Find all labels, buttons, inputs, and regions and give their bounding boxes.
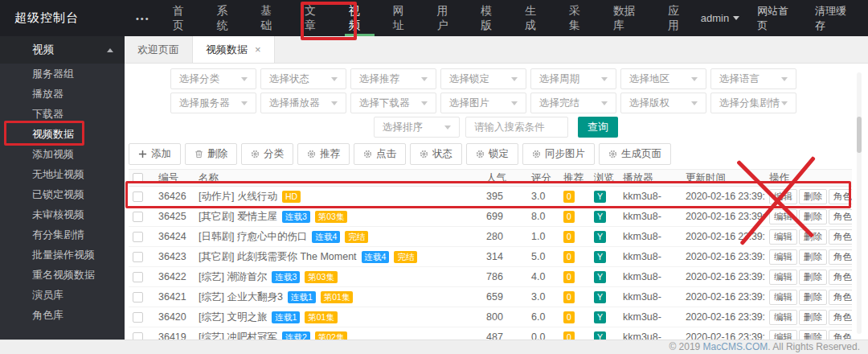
nav-item[interactable]: 用户 (425, 0, 469, 36)
sidebar-item[interactable]: 已锁定视频 (0, 184, 125, 204)
delete-button[interactable]: 删除 (799, 270, 827, 285)
edit-button[interactable]: 编辑 (769, 189, 797, 204)
delete-button[interactable]: 删除 (799, 209, 827, 224)
edit-button[interactable]: 编辑 (769, 229, 797, 245)
clear-cache-link[interactable]: 清理缓存 (815, 4, 855, 33)
nav-item[interactable]: 首页 (162, 0, 206, 36)
column-header: 操作 (765, 170, 852, 187)
row-checkbox[interactable] (133, 252, 143, 262)
sidebar-item[interactable]: 未审核视频 (0, 204, 125, 224)
video-title: 爱情主屋 (237, 211, 277, 222)
filter-select[interactable]: 选择推荐 (350, 68, 436, 89)
player-cell: kkm3u8- (619, 187, 682, 207)
scrollbar-thumb[interactable] (857, 117, 862, 153)
filter-select[interactable]: 选择排序 (374, 117, 460, 138)
nav-item[interactable]: 数据库 (602, 0, 657, 36)
recommend-cell: 0 (559, 247, 590, 267)
toolbar-button[interactable]: 删除 (185, 143, 237, 165)
tab-welcome[interactable]: 欢迎页面 (125, 36, 193, 63)
maccms-link[interactable]: MacCMS.COM (703, 341, 768, 352)
sidebar-item[interactable]: 服务器组 (0, 64, 125, 84)
row-checkbox[interactable] (133, 292, 143, 303)
edit-button[interactable]: 编辑 (769, 249, 797, 265)
close-icon[interactable] (255, 43, 261, 56)
row-checkbox[interactable] (133, 212, 143, 222)
sidebar-section-video[interactable]: 视频 (0, 36, 125, 64)
sidebar-item[interactable]: 重名视频数据 (0, 265, 125, 285)
filter-select[interactable]: 选择服务器 (170, 93, 256, 113)
sidebar-item[interactable]: 视频数据 (0, 124, 125, 144)
delete-button[interactable]: 删除 (799, 189, 827, 204)
filter-select[interactable]: 选择状态 (260, 68, 346, 89)
row-checkbox[interactable] (133, 191, 143, 202)
nav-item[interactable]: 文章 (293, 0, 338, 36)
filter-select[interactable]: 选择播放器 (260, 93, 346, 113)
nav-item[interactable]: 应用 (657, 0, 701, 36)
sidebar-item[interactable]: 添加视频 (0, 144, 125, 164)
filter-select[interactable]: 选择下载器 (350, 93, 436, 113)
sidebar-item[interactable]: 下载器 (0, 104, 125, 124)
delete-button[interactable]: 删除 (799, 249, 827, 265)
nav-item[interactable]: 模版 (469, 0, 514, 36)
toolbar-button[interactable]: 分类 (241, 143, 293, 165)
filter-select[interactable]: 选择锁定 (440, 68, 526, 89)
row-checkbox[interactable] (133, 272, 143, 282)
scrollbar-track[interactable] (857, 72, 862, 334)
status-badge: 第03集 (315, 211, 348, 223)
role-button[interactable]: 角色 (829, 209, 852, 224)
delete-button[interactable]: 删除 (799, 310, 827, 325)
toolbar-button[interactable]: 添加 (129, 143, 181, 165)
user-dropdown[interactable]: admin (701, 12, 739, 24)
more-menu-icon[interactable] (125, 14, 162, 23)
toolbar-button[interactable]: 同步图片 (522, 143, 595, 165)
role-button[interactable]: 角色 (829, 229, 852, 245)
edit-button[interactable]: 编辑 (769, 270, 797, 285)
sidebar-item[interactable]: 有分集剧情 (0, 224, 125, 245)
filter-select[interactable]: 选择分集剧情 (710, 93, 796, 113)
toolbar-button[interactable]: 锁定 (466, 143, 518, 165)
role-button[interactable]: 角色 (829, 290, 852, 305)
nav-item[interactable]: 生成 (514, 0, 558, 36)
edit-button[interactable]: 编辑 (769, 310, 797, 325)
edit-button[interactable]: 编辑 (769, 209, 797, 224)
filter-select[interactable]: 选择版权 (620, 93, 706, 113)
role-button[interactable]: 角色 (829, 189, 852, 204)
search-input[interactable] (465, 117, 568, 138)
row-checkbox[interactable] (133, 312, 143, 323)
toolbar-button[interactable]: 状态 (410, 143, 462, 165)
role-button[interactable]: 角色 (829, 310, 852, 325)
sidebar-item[interactable]: 播放器 (0, 84, 125, 104)
sidebar-item[interactable]: 角色库 (0, 305, 125, 325)
nav-item[interactable]: 视频 (338, 0, 382, 36)
sidebar-item[interactable]: 批量操作视频 (0, 245, 125, 265)
filter-select[interactable]: 选择地区 (620, 68, 706, 89)
player-cell: kkm3u8- (619, 207, 682, 227)
query-button[interactable]: 查询 (578, 117, 618, 138)
row-checkbox[interactable] (133, 232, 143, 242)
filter-select[interactable]: 选择分类 (170, 68, 256, 89)
plus-icon (138, 150, 147, 158)
edit-button[interactable]: 编辑 (769, 290, 797, 305)
nav-item[interactable]: 系统 (205, 0, 249, 36)
filter-select[interactable]: 选择周期 (530, 68, 616, 89)
select-all-checkbox[interactable] (133, 173, 143, 183)
site-home-link[interactable]: 网站首页 (757, 4, 797, 33)
role-button[interactable]: 角色 (829, 249, 852, 265)
toolbar-button-label: 生成页面 (621, 147, 661, 161)
toolbar-button[interactable]: 点击 (354, 143, 406, 165)
role-button[interactable]: 角色 (829, 270, 852, 285)
filter-select[interactable]: 选择语言 (710, 68, 796, 89)
delete-button[interactable]: 删除 (799, 290, 827, 305)
sidebar-item[interactable]: 无地址视频 (0, 164, 125, 184)
nav-item[interactable]: 网址 (382, 0, 426, 36)
toolbar-button[interactable]: 推荐 (297, 143, 350, 165)
nav-item[interactable]: 采集 (558, 0, 602, 36)
delete-button[interactable]: 删除 (799, 229, 827, 245)
nav-item[interactable]: 基础 (249, 0, 293, 36)
recommend-badge: 0 (563, 291, 575, 303)
filter-select[interactable]: 选择图片 (440, 93, 526, 113)
sidebar-item[interactable]: 演员库 (0, 285, 125, 305)
filter-select[interactable]: 选择完结 (530, 93, 616, 113)
tab-video-data[interactable]: 视频数据 (193, 36, 275, 63)
toolbar-button[interactable]: 生成页面 (599, 143, 671, 165)
